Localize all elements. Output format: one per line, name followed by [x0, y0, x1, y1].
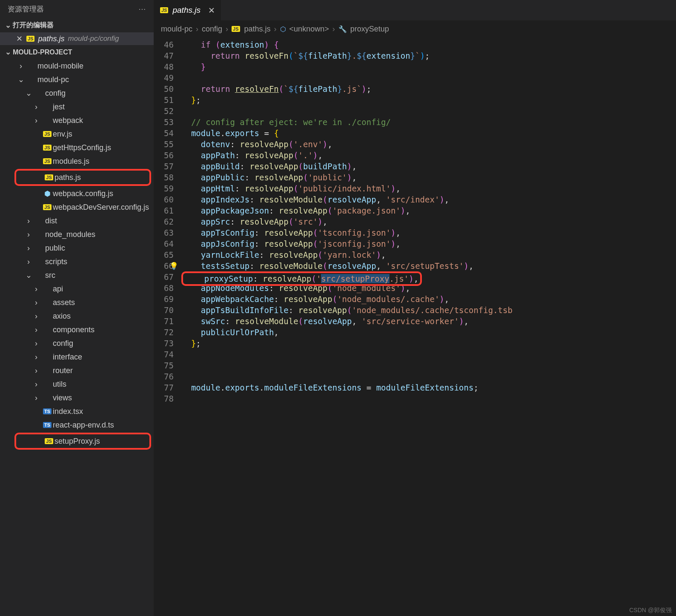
- line-number: 67: [154, 271, 174, 282]
- code-line[interactable]: dotenv: resolveApp('.env'),: [181, 139, 676, 150]
- breadcrumb-item[interactable]: config: [202, 25, 222, 34]
- tree-folder[interactable]: ›dist: [0, 214, 154, 228]
- lightbulb-icon[interactable]: 💡: [169, 260, 178, 271]
- tree-item-label: views: [53, 394, 72, 402]
- js-file-icon: JS: [42, 204, 53, 210]
- close-icon[interactable]: ✕: [16, 34, 26, 43]
- code-line[interactable]: [181, 72, 676, 83]
- tree-file[interactable]: JSmodules.js: [0, 154, 154, 168]
- tree-file[interactable]: JSenv.js: [0, 127, 154, 141]
- chevron-right-icon: ›: [31, 339, 42, 348]
- tree-file[interactable]: JSpaths.js: [16, 171, 149, 184]
- code-line[interactable]: publicUrlOrPath,: [181, 327, 676, 338]
- chevron-right-icon: ›: [23, 230, 34, 239]
- tree-item-label: setupProxy.js: [54, 437, 100, 446]
- code-line[interactable]: [181, 106, 676, 117]
- code-line[interactable]: testsSetup: resolveModule(resolveApp, 's…: [181, 260, 676, 271]
- tree-folder[interactable]: ›interface: [0, 350, 154, 364]
- code-line[interactable]: return resolveFn(`${filePath}.js`);: [181, 83, 676, 94]
- tree-folder[interactable]: ›assets: [0, 296, 154, 309]
- tree-file[interactable]: ⬢webpack.config.js: [0, 187, 154, 200]
- chevron-right-icon: ›: [31, 394, 42, 402]
- tree-folder[interactable]: ›mould-mobile: [0, 59, 154, 73]
- chevron-right-icon: ›: [31, 366, 42, 375]
- tree-folder[interactable]: ⌄config: [0, 86, 154, 100]
- tree-folder[interactable]: ›webpack: [0, 114, 154, 127]
- tree-file[interactable]: TSreact-app-env.d.ts: [0, 418, 154, 432]
- sidebar-title: 资源管理器: [8, 4, 44, 14]
- chevron-right-icon: ›: [31, 103, 42, 111]
- tree-folder[interactable]: ›api: [0, 282, 154, 296]
- tree-folder[interactable]: ›scripts: [0, 255, 154, 268]
- code-line[interactable]: [181, 349, 676, 360]
- code-line[interactable]: return resolveFn(`${filePath}.${extensio…: [181, 50, 676, 61]
- tree-folder[interactable]: ›components: [0, 323, 154, 337]
- chevron-down-icon: ⌄: [3, 21, 13, 30]
- tree-file[interactable]: JSwebpackDevServer.config.js: [0, 200, 154, 214]
- tree-folder[interactable]: ›utils: [0, 377, 154, 391]
- tree-item-label: axios: [53, 312, 71, 321]
- sidebar: 资源管理器 ··· ⌄ 打开的编辑器 ✕ JS paths.js mould-p…: [0, 0, 154, 616]
- line-number: 68: [154, 282, 174, 294]
- tree-file[interactable]: JSsetupProxy.js: [16, 434, 149, 448]
- code-line[interactable]: appTsBuildInfoFile: resolveApp('node_mod…: [181, 305, 676, 316]
- code-line[interactable]: [181, 393, 676, 404]
- tree-folder[interactable]: ›jest: [0, 100, 154, 114]
- breadcrumb-item[interactable]: proxySetup: [350, 25, 389, 34]
- tree-folder[interactable]: ›public: [0, 241, 154, 255]
- code-line[interactable]: };: [181, 338, 676, 349]
- code-line[interactable]: appBuild: resolveApp(buildPath),: [181, 161, 676, 172]
- code-line[interactable]: appHtml: resolveApp('public/index.html')…: [181, 183, 676, 194]
- breadcrumb-item[interactable]: paths.js: [244, 25, 271, 34]
- tree-folder[interactable]: ›views: [0, 391, 154, 405]
- line-number: 77: [154, 382, 174, 393]
- tree-folder[interactable]: ›config: [0, 337, 154, 350]
- tree-folder[interactable]: ›node_modules: [0, 228, 154, 241]
- code-line[interactable]: module.exports.moduleFileExtensions = mo…: [181, 382, 676, 393]
- code-line[interactable]: }: [181, 61, 676, 72]
- code-line[interactable]: swSrc: resolveModule(resolveApp, 'src/se…: [181, 316, 676, 327]
- close-icon[interactable]: ✕: [208, 6, 215, 15]
- project-section[interactable]: ⌄ MOULD-PROJECT: [0, 45, 154, 59]
- code-line[interactable]: [181, 360, 676, 371]
- code-line[interactable]: appIndexJs: resolveModule(resolveApp, 's…: [181, 194, 676, 205]
- tree-item-label: mould-mobile: [37, 62, 83, 71]
- code-line[interactable]: appWebpackCache: resolveApp('node_module…: [181, 294, 676, 305]
- line-number: 76: [154, 371, 174, 382]
- tree-file[interactable]: TSindex.tsx: [0, 405, 154, 418]
- code-line[interactable]: appPath: resolveApp('.'),: [181, 150, 676, 161]
- editor-tab[interactable]: JS paths.js ✕: [154, 0, 221, 20]
- tree-folder[interactable]: ›router: [0, 364, 154, 377]
- code-line[interactable]: [181, 371, 676, 382]
- tree-folder[interactable]: ⌄mould-pc: [0, 73, 154, 86]
- js-file-icon: JS: [26, 36, 34, 42]
- code-line[interactable]: proxySetup: resolveApp('src/setupProxy.j…: [181, 271, 676, 282]
- open-editor-item[interactable]: ✕ JS paths.js mould-pc/config: [0, 32, 154, 45]
- chevron-down-icon: ⌄: [3, 48, 13, 57]
- code-line[interactable]: appSrc: resolveApp('src'),: [181, 216, 676, 227]
- code-line[interactable]: module.exports = {: [181, 128, 676, 139]
- code-line[interactable]: appPackageJson: resolveApp('package.json…: [181, 205, 676, 216]
- line-number: 75: [154, 360, 174, 371]
- line-number: 53: [154, 117, 174, 128]
- breadcrumb-item[interactable]: mould-pc: [161, 25, 192, 34]
- breadcrumb-item[interactable]: <unknown>: [289, 25, 329, 34]
- tree-folder[interactable]: ⌄src: [0, 268, 154, 282]
- code-line[interactable]: appTsConfig: resolveApp('tsconfig.json')…: [181, 227, 676, 238]
- tree-file[interactable]: JSgetHttpsConfig.js: [0, 141, 154, 154]
- tree-folder[interactable]: ›axios: [0, 309, 154, 323]
- open-editors-section[interactable]: ⌄ 打开的编辑器: [0, 18, 154, 32]
- code-line[interactable]: // config after eject: we're in ./config…: [181, 117, 676, 128]
- breadcrumbs[interactable]: mould-pc › config › JS paths.js › ⬡ <unk…: [154, 20, 676, 37]
- code-line[interactable]: yarnLockFile: resolveApp('yarn.lock'),: [181, 249, 676, 260]
- more-icon[interactable]: ···: [139, 5, 146, 14]
- code-line[interactable]: if (extension) {: [181, 39, 676, 50]
- code-line[interactable]: };: [181, 94, 676, 106]
- code-content[interactable]: if (extension) { return resolveFn(`${fil…: [181, 37, 676, 616]
- code-line[interactable]: appPublic: resolveApp('public'),: [181, 172, 676, 183]
- code-editor[interactable]: 4647484950515253545556575859606162636465…: [154, 37, 676, 616]
- tree-item-label: api: [53, 285, 63, 294]
- code-line[interactable]: appJsConfig: resolveApp('jsconfig.json')…: [181, 238, 676, 249]
- tab-bar: JS paths.js ✕: [154, 0, 676, 20]
- chevron-right-icon: ›: [23, 257, 34, 266]
